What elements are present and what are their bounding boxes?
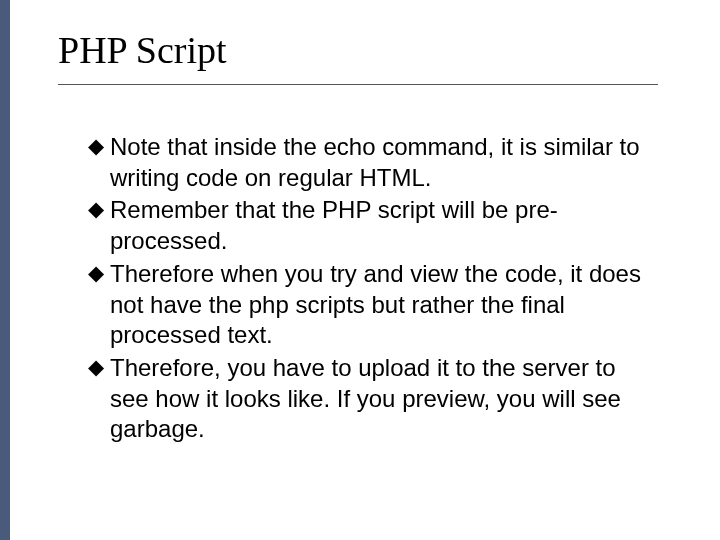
diamond-icon: ◆ xyxy=(88,356,104,377)
left-stripe xyxy=(0,0,10,540)
bullet-text: Therefore, you have to upload it to the … xyxy=(110,354,621,442)
bullet-text: Therefore when you try and view the code… xyxy=(110,260,641,348)
list-item: ◆ Therefore, you have to upload it to th… xyxy=(88,353,648,445)
bullet-text: Note that inside the echo command, it is… xyxy=(110,133,640,191)
diamond-icon: ◆ xyxy=(88,262,104,283)
list-item: ◆ Remember that the PHP script will be p… xyxy=(88,195,648,256)
slide: PHP Script ◆ Note that inside the echo c… xyxy=(0,0,720,540)
title-block: PHP Script xyxy=(58,28,658,85)
slide-title: PHP Script xyxy=(58,28,658,72)
list-item: ◆ Note that inside the echo command, it … xyxy=(88,132,648,193)
diamond-icon: ◆ xyxy=(88,135,104,156)
bullet-text: Remember that the PHP script will be pre… xyxy=(110,196,558,254)
diamond-icon: ◆ xyxy=(88,198,104,219)
list-item: ◆ Therefore when you try and view the co… xyxy=(88,259,648,351)
body-text: ◆ Note that inside the echo command, it … xyxy=(88,132,648,447)
